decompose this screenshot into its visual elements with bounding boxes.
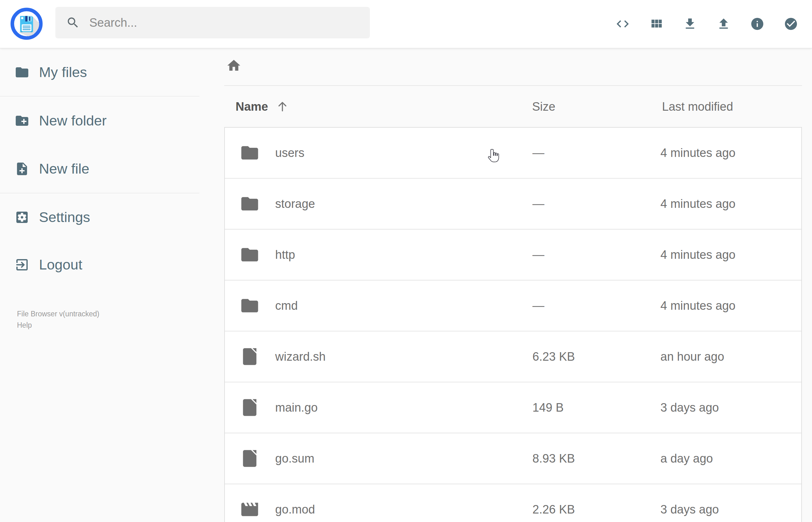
download-icon	[683, 17, 697, 31]
info-icon	[750, 17, 765, 31]
version-text: File Browser v(untracked)	[17, 308, 99, 320]
check-icon	[784, 17, 798, 31]
file-row-main-go[interactable]: main.go 149 B 3 days ago	[225, 382, 801, 433]
file-icon	[240, 448, 260, 468]
file-row-go-sum[interactable]: go.sum 8.93 KB a day ago	[225, 433, 801, 484]
file-row-go-mod[interactable]: go.mod 2.26 KB 3 days ago	[225, 484, 801, 522]
sidebar: My files New folder New file Settings Lo…	[0, 48, 199, 522]
sidebar-item-new-file[interactable]: New file	[0, 153, 199, 185]
sidebar-item-my-files[interactable]: My files	[0, 57, 199, 88]
column-header-name[interactable]: Name	[236, 100, 289, 113]
filebrowser-logo[interactable]	[11, 7, 43, 40]
sidebar-item-new-folder[interactable]: New folder	[0, 105, 199, 137]
file-icon	[240, 398, 260, 418]
file-row-wizard-sh[interactable]: wizard.sh 6.23 KB an hour ago	[225, 332, 801, 382]
code-icon	[615, 17, 630, 31]
folder-icon	[15, 65, 29, 80]
help-link[interactable]: Help	[17, 320, 99, 331]
new-folder-icon	[15, 113, 29, 128]
floppy-disk-logo-icon	[11, 7, 43, 40]
download-button[interactable]	[683, 17, 697, 31]
switch-view-button[interactable]	[649, 17, 664, 31]
sidebar-footer: File Browser v(untracked) Help	[17, 308, 99, 331]
raw-view-button[interactable]	[615, 17, 630, 31]
column-header-size[interactable]: Size	[532, 100, 555, 113]
divider	[0, 193, 199, 194]
new-file-icon	[15, 161, 29, 176]
sidebar-item-settings[interactable]: Settings	[0, 202, 199, 233]
file-icon	[240, 346, 260, 367]
search-placeholder: Search...	[89, 16, 137, 29]
folder-icon	[240, 296, 260, 316]
upload-icon	[716, 17, 731, 31]
sidebar-item-logout[interactable]: Logout	[0, 249, 199, 281]
file-row-storage[interactable]: storage — 4 minutes ago	[225, 179, 801, 229]
search-input[interactable]: Search...	[55, 7, 370, 38]
file-row-http[interactable]: http — 4 minutes ago	[225, 229, 801, 281]
select-multiple-button[interactable]	[784, 17, 798, 31]
divider	[0, 96, 199, 97]
header-actions	[615, 0, 798, 48]
search-icon	[66, 16, 80, 29]
sort-ascending-icon	[276, 100, 289, 113]
info-button[interactable]	[750, 17, 765, 31]
home-icon	[226, 58, 242, 73]
file-row-cmd[interactable]: cmd — 4 minutes ago	[225, 281, 801, 332]
logout-icon	[15, 257, 29, 272]
folder-icon	[240, 245, 260, 265]
settings-icon	[15, 210, 29, 225]
grid-icon	[649, 17, 664, 31]
movie-icon	[240, 499, 260, 520]
file-row-users[interactable]: users — 4 minutes ago	[225, 128, 801, 179]
folder-icon	[240, 194, 260, 214]
folder-icon	[240, 143, 260, 163]
upload-button[interactable]	[716, 17, 731, 31]
file-listing: users — 4 minutes ago storage — 4 minute…	[224, 127, 802, 522]
column-header-modified[interactable]: Last modified	[662, 100, 733, 113]
listing-header: Name Size Last modified	[224, 86, 802, 127]
breadcrumb-home-button[interactable]	[226, 58, 242, 73]
header-bar: Search...	[0, 0, 812, 48]
